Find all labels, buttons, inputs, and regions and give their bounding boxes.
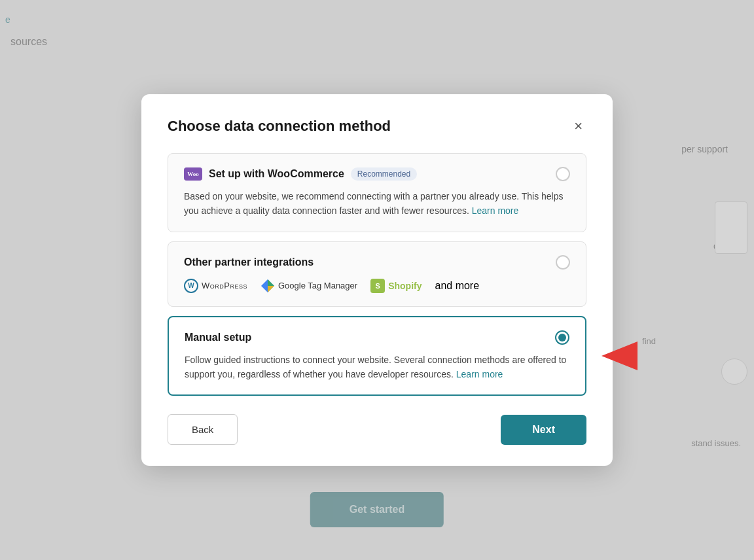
woocommerce-icon: Woo xyxy=(184,167,202,181)
woocommerce-title-row: Woo Set up with WooCommerce Recommended xyxy=(184,167,417,181)
close-button[interactable]: × xyxy=(570,118,586,135)
svg-marker-2 xyxy=(268,286,274,292)
gtm-icon xyxy=(260,279,275,293)
modal-header: Choose data connection method × xyxy=(168,118,586,135)
shopify-label: Shopify xyxy=(388,281,422,291)
woocommerce-header: Woo Set up with WooCommerce Recommended xyxy=(184,167,570,181)
wordpress-logo-item: W WordPress xyxy=(184,279,247,293)
wordpress-label: WordPress xyxy=(202,281,247,290)
partner-logos-row: W WordPress Google Tag Manager S Shopify xyxy=(184,279,570,293)
and-more-label: and more xyxy=(435,280,479,292)
option-partner[interactable]: Other partner integrations W WordPress xyxy=(168,241,586,307)
partner-header: Other partner integrations xyxy=(184,255,570,270)
wordpress-icon: W xyxy=(184,279,198,293)
modal-dialog: Choose data connection method × Woo Set … xyxy=(141,94,613,466)
shopify-icon: S xyxy=(370,279,385,293)
manual-header: Manual setup xyxy=(185,330,569,345)
option-manual[interactable]: Manual setup Follow guided instructions … xyxy=(168,316,586,396)
option-woocommerce[interactable]: Woo Set up with WooCommerce Recommended … xyxy=(168,153,586,232)
manual-desc: Follow guided instructions to connect yo… xyxy=(185,353,569,382)
next-button[interactable]: Next xyxy=(501,415,586,445)
partner-title-row: Other partner integrations xyxy=(184,256,314,268)
modal-title: Choose data connection method xyxy=(168,118,391,135)
manual-radio[interactable] xyxy=(555,330,569,345)
woocommerce-learn-more[interactable]: Learn more xyxy=(472,205,519,216)
modal-overlay: Choose data connection method × Woo Set … xyxy=(0,0,754,560)
manual-learn-more[interactable]: Learn more xyxy=(456,369,503,379)
manual-title-row: Manual setup xyxy=(185,332,251,343)
woocommerce-title: Set up with WooCommerce xyxy=(209,168,344,180)
gtm-logo-item: Google Tag Manager xyxy=(260,279,357,293)
partner-radio[interactable] xyxy=(556,255,570,270)
manual-radio-fill xyxy=(558,334,566,341)
manual-title: Manual setup xyxy=(185,332,251,343)
shopify-logo-item: S Shopify xyxy=(370,279,422,293)
back-button[interactable]: Back xyxy=(168,414,238,445)
arrow-shape xyxy=(601,341,637,370)
modal-footer: Back Next xyxy=(168,414,586,445)
partner-title: Other partner integrations xyxy=(184,256,314,268)
gtm-label: Google Tag Manager xyxy=(278,281,357,290)
woocommerce-desc: Based on your website, we recommend conn… xyxy=(184,189,570,219)
recommended-badge: Recommended xyxy=(351,167,417,181)
red-arrow-indicator xyxy=(601,341,637,370)
woocommerce-radio[interactable] xyxy=(556,167,570,181)
svg-marker-1 xyxy=(268,279,274,286)
